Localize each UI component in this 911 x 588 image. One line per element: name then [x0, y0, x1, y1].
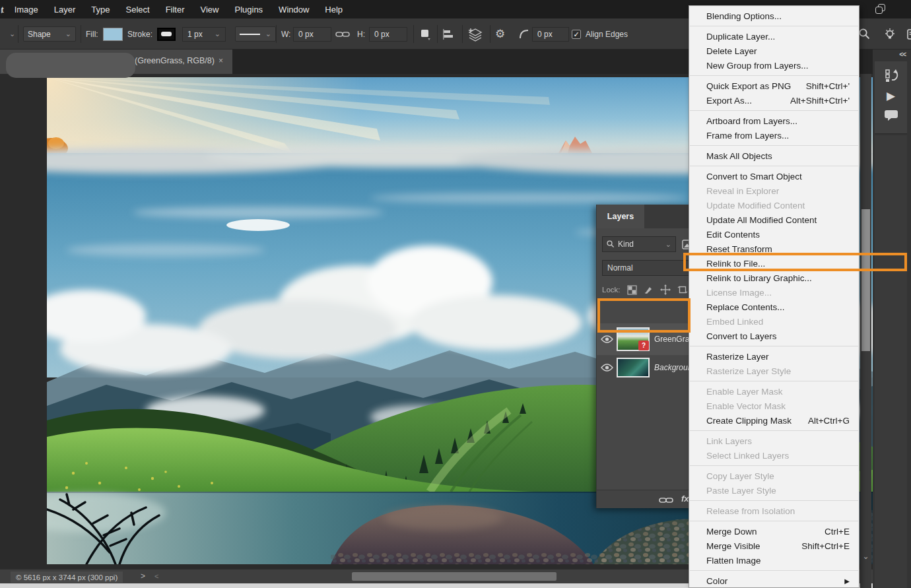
lock-artboard-icon[interactable]	[677, 284, 688, 295]
lightbulb-icon[interactable]	[883, 18, 897, 49]
menu-item-merge-visible[interactable]: Merge VisibleShift+Ctrl+E	[689, 539, 859, 553]
corner-radius-input[interactable]: 0 px	[532, 18, 569, 49]
restore-window-icon[interactable]	[875, 4, 886, 15]
menu-item-mask-all-objects[interactable]: Mask All Objects	[689, 148, 859, 163]
menu-item-blending-options[interactable]: Blending Options...	[689, 9, 859, 23]
menu-item-embed-linked[interactable]: Embed Linked	[689, 314, 859, 329]
menu-item-create-clipping-mask[interactable]: Create Clipping MaskAlt+Ctrl+G	[689, 413, 859, 428]
stroke-swatch[interactable]	[157, 18, 176, 49]
menu-item-merge-down[interactable]: Merge DownCtrl+E	[689, 524, 859, 539]
comment-panel-icon[interactable]	[884, 110, 898, 121]
stroke-type-dropdown[interactable]: ⌄	[235, 18, 276, 49]
menu-item-duplicate-layer[interactable]: Duplicate Layer...	[689, 29, 859, 44]
menu-item-frame-from-layers[interactable]: Frame from Layers...	[689, 128, 859, 143]
menu-item-color[interactable]: Color▶	[689, 573, 859, 588]
tool-preset-dropdown[interactable]: ⌄	[4, 18, 15, 49]
scroll-left-icon[interactable]: <	[154, 572, 158, 580]
status-expand-button[interactable]: >	[141, 572, 145, 581]
menubar-item-plugins[interactable]: Plugins	[226, 5, 271, 15]
align-edges-label: Align Edges	[586, 30, 628, 39]
menu-item-update-all-modified-content[interactable]: Update All Modified Content	[689, 212, 859, 227]
menu-item-enable-vector-mask[interactable]: Enable Vector Mask	[689, 399, 859, 413]
divider	[413, 25, 414, 43]
menu-item-edit-contents[interactable]: Edit Contents	[689, 227, 859, 242]
link-layers-icon[interactable]	[659, 495, 673, 507]
path-operations-icon[interactable]	[420, 18, 432, 49]
menu-item-label: Merge Down	[706, 527, 811, 537]
layer-style-fx-icon[interactable]: fx	[681, 494, 689, 504]
gear-icon[interactable]: ⚙	[495, 18, 505, 49]
menu-item-release-from-isolation[interactable]: Release from Isolation	[689, 504, 859, 518]
scroll-down-icon[interactable]: ⌄	[861, 552, 871, 561]
visibility-eye-icon[interactable]	[597, 364, 617, 372]
lock-position-move-icon[interactable]	[660, 284, 671, 295]
blend-mode-value: Normal	[607, 263, 633, 273]
menubar-item-image[interactable]: Image	[7, 5, 46, 15]
menu-item-shortcut: Alt+Shift+Ctrl+'	[790, 96, 850, 106]
height-input[interactable]: 0 px	[369, 18, 407, 49]
align-edges-checkbox[interactable]: ✓ Align Edges	[572, 18, 628, 49]
menu-item-quick-export-as-png[interactable]: Quick Export as PNGShift+Ctrl+'	[689, 79, 859, 93]
menu-item-relink-to-file[interactable]: Relink to File...	[689, 256, 859, 271]
menu-item-reset-transform[interactable]: Reset Transform	[689, 242, 859, 256]
height-control: H:	[357, 18, 365, 49]
menu-item-select-linked-layers[interactable]: Select Linked Layers	[689, 448, 859, 463]
menubar-item-view[interactable]: View	[193, 5, 227, 15]
menubar-item-select[interactable]: Select	[118, 5, 157, 15]
menubar-item-type[interactable]: Type	[83, 5, 118, 15]
menu-item-new-group-from-layers[interactable]: New Group from Layers...	[689, 58, 859, 73]
menu-item-convert-to-smart-object[interactable]: Convert to Smart Object	[689, 169, 859, 183]
menu-item-label: Link Layers	[706, 436, 850, 446]
menu-item-artboard-from-layers[interactable]: Artboard from Layers...	[689, 114, 859, 128]
lock-pixels-brush-icon[interactable]	[644, 285, 654, 295]
menubar-item-help[interactable]: Help	[317, 5, 351, 15]
menu-item-replace-contents[interactable]: Replace Contents...	[689, 300, 859, 314]
path-arrangement-icon[interactable]	[467, 18, 483, 49]
actions-panel-icon[interactable]: ▶	[887, 90, 895, 102]
menu-item-flatten-image[interactable]: Flatten Image	[689, 553, 859, 568]
lock-transparency-icon[interactable]	[627, 285, 637, 295]
close-icon[interactable]: ×	[219, 56, 223, 65]
collapse-panels-icon[interactable]: <<	[899, 51, 906, 58]
menu-item-export-as[interactable]: Export As...Alt+Shift+Ctrl+'	[689, 93, 859, 108]
menubar-item-window[interactable]: Window	[271, 5, 317, 15]
menu-item-enable-layer-mask[interactable]: Enable Layer Mask	[689, 384, 859, 399]
layer-filter-kind-dropdown[interactable]: Kind ⌄	[602, 236, 676, 252]
link-dimensions-icon[interactable]	[335, 18, 350, 49]
menubar-item-filter[interactable]: Filter	[158, 5, 193, 15]
menu-item-license-image[interactable]: License Image...	[689, 285, 859, 300]
menu-item-reveal-in-explorer[interactable]: Reveal in Explorer	[689, 183, 859, 198]
menu-item-delete-layer[interactable]: Delete Layer	[689, 44, 859, 58]
vertical-scrollbar-thumb[interactable]	[861, 209, 870, 351]
divider	[276, 25, 277, 43]
menu-item-link-layers[interactable]: Link Layers	[689, 434, 859, 448]
fill-swatch[interactable]	[103, 18, 123, 49]
tab-layers[interactable]: Layers	[597, 205, 644, 228]
horizontal-scrollbar-thumb[interactable]	[352, 572, 557, 581]
history-panel-icon[interactable]	[884, 68, 898, 82]
menu-item-copy-layer-style[interactable]: Copy Layer Style	[689, 469, 859, 483]
menu-item-rasterize-layer-style[interactable]: Rasterize Layer Style	[689, 364, 859, 378]
stroke-width-dropdown[interactable]: 1 px ⌄	[182, 18, 226, 49]
layer-thumbnail[interactable]: ?	[617, 327, 650, 351]
menu-item-convert-to-layers[interactable]: Convert to Layers	[689, 329, 859, 343]
width-input[interactable]: 0 px	[293, 18, 331, 49]
tool-mode-dropdown[interactable]: Shape ⌄	[23, 18, 76, 49]
layer-thumbnail[interactable]	[617, 358, 650, 377]
path-alignment-icon[interactable]	[442, 18, 454, 49]
menubar-item-layer[interactable]: Layer	[46, 5, 84, 15]
menu-item-label: Enable Layer Mask	[706, 387, 850, 397]
visibility-eye-icon[interactable]	[597, 335, 617, 343]
search-icon[interactable]	[858, 18, 871, 49]
panel-icon-clipped[interactable]	[907, 18, 911, 49]
dock-panel-well	[875, 135, 907, 588]
stroke-control: Stroke:	[127, 18, 152, 49]
layer-context-menu: Blending Options...Duplicate Layer...Del…	[689, 5, 860, 588]
menu-item-paste-layer-style[interactable]: Paste Layer Style	[689, 483, 859, 498]
menu-item-relink-to-library-graphic[interactable]: Relink to Library Graphic...	[689, 271, 859, 285]
menu-separator	[690, 75, 858, 76]
menu-separator	[690, 500, 858, 501]
menu-item-rasterize-layer[interactable]: Rasterize Layer	[689, 349, 859, 364]
menu-item-update-modified-content[interactable]: Update Modified Content	[689, 198, 859, 212]
vertical-scrollbar[interactable]: ⌄	[860, 74, 871, 588]
